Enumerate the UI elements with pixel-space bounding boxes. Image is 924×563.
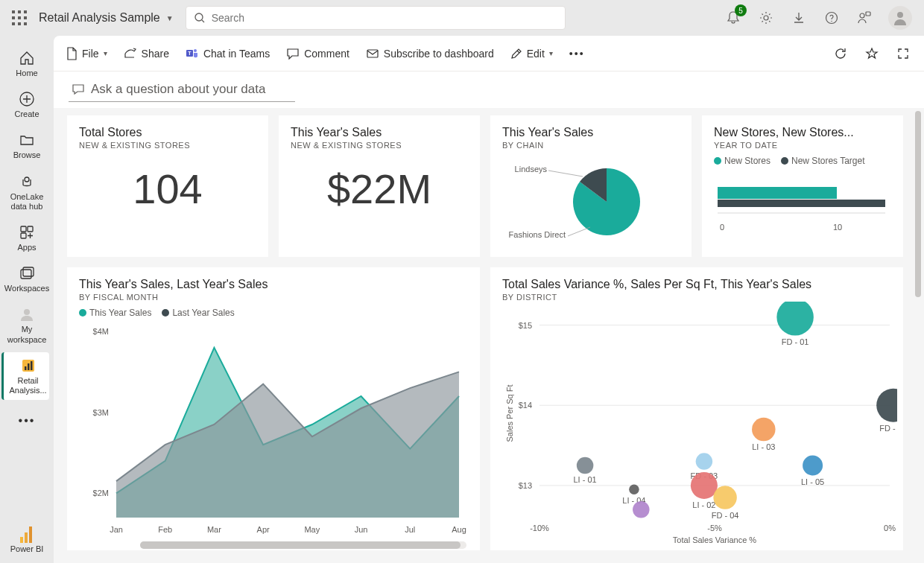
nav-my-workspace[interactable]: My workspace: [3, 301, 51, 349]
settings-button[interactable]: [757, 9, 775, 27]
refresh-button[interactable]: [832, 45, 849, 63]
tile-total-stores[interactable]: Total Stores NEW & EXISTING STORES 104: [67, 115, 268, 257]
svg-point-7: [897, 12, 903, 18]
file-menu[interactable]: File ▾: [66, 47, 107, 60]
workspace-dropdown[interactable]: Retail Analysis Sample ▼: [39, 11, 174, 25]
svg-rect-14: [23, 267, 34, 276]
my-workspace-icon: [18, 305, 36, 323]
tile-sales-trend[interactable]: This Year's Sales, Last Year's Sales BY …: [67, 267, 480, 550]
svg-text:$3M: $3M: [93, 408, 109, 417]
create-icon: [18, 90, 36, 108]
subscribe-button[interactable]: Subscribe to dashboard: [366, 48, 494, 60]
sales-trend-legend: This Year Sales Last Year Sales: [79, 308, 468, 318]
svg-text:May: May: [304, 525, 320, 534]
svg-rect-21: [25, 532, 28, 543]
nav-more[interactable]: •••: [3, 403, 51, 439]
svg-point-5: [860, 13, 864, 18]
svg-text:Feb: Feb: [158, 525, 172, 534]
tile-variance-bubble[interactable]: Total Sales Variance %, Sales Per Sq Ft,…: [490, 267, 903, 550]
edit-icon: [510, 48, 522, 60]
vertical-scrollbar[interactable]: [915, 111, 921, 560]
nav-retail-analysis[interactable]: Retail Analysis...: [1, 352, 49, 400]
fullscreen-icon: [897, 48, 909, 60]
feedback-button[interactable]: [855, 9, 873, 27]
svg-text:Lindseys: Lindseys: [515, 165, 548, 174]
favorite-button[interactable]: [863, 45, 881, 63]
svg-text:FD - 04: FD - 04: [712, 511, 739, 520]
svg-point-64: [696, 453, 713, 470]
qna-row: Ask a question about your data: [54, 71, 924, 108]
chat-teams-button[interactable]: T Chat in Teams: [186, 48, 270, 60]
svg-text:$2M: $2M: [93, 489, 109, 497]
svg-rect-18: [28, 363, 30, 370]
area-chart: $2M$3M$4MJanFebMarAprMayJunJulAug: [79, 324, 466, 547]
bar-chart: 0 10: [714, 172, 893, 246]
svg-line-1: [202, 20, 204, 22]
nav-onelake[interactable]: OneLake data hub: [3, 168, 51, 216]
nav-browse[interactable]: Browse: [3, 127, 51, 165]
help-icon: [825, 11, 838, 25]
command-bar: File ▾ Share T Chat in Teams Comment Sub…: [54, 36, 924, 71]
tile-new-stores[interactable]: New Stores, New Stores... YEAR TO DATE N…: [702, 115, 903, 257]
total-stores-value: 104: [79, 165, 256, 213]
share-button[interactable]: Share: [124, 48, 169, 60]
nav-workspaces[interactable]: Workspaces: [3, 260, 51, 298]
svg-text:0: 0: [720, 223, 724, 232]
nav-brand: Power BI: [10, 527, 44, 554]
svg-text:$14: $14: [519, 401, 532, 410]
content-area: File ▾ Share T Chat in Teams Comment Sub…: [54, 36, 924, 563]
nav-home[interactable]: Home: [3, 45, 51, 83]
more-commands[interactable]: •••: [569, 48, 585, 60]
edit-menu[interactable]: Edit ▾: [510, 48, 553, 60]
comment-button[interactable]: Comment: [286, 48, 349, 60]
svg-text:Apr: Apr: [257, 525, 270, 534]
svg-rect-11: [28, 226, 33, 232]
fullscreen-button[interactable]: [894, 45, 912, 63]
onelake-icon: [18, 173, 36, 191]
app-launcher-icon[interactable]: [12, 10, 27, 25]
search-icon: [194, 12, 206, 24]
svg-point-62: [752, 418, 776, 442]
gear-icon: [759, 10, 773, 25]
svg-text:Jul: Jul: [405, 525, 415, 534]
nav-create[interactable]: Create: [3, 86, 51, 124]
svg-text:Mar: Mar: [207, 525, 221, 534]
chevron-down-icon: ▾: [104, 49, 107, 57]
svg-point-2: [764, 16, 768, 20]
svg-rect-32: [718, 200, 885, 207]
qna-input[interactable]: Ask a question about your data: [69, 79, 295, 102]
user-avatar[interactable]: [888, 6, 912, 30]
svg-text:10: 10: [833, 223, 842, 232]
download-button[interactable]: [790, 9, 808, 27]
svg-rect-17: [25, 366, 27, 370]
pie-chart: Lindseys Fashions Direct: [502, 150, 681, 254]
svg-text:0%: 0%: [884, 524, 896, 532]
teams-icon: T: [186, 48, 199, 60]
person-feedback-icon: [857, 10, 872, 25]
svg-point-25: [194, 49, 197, 52]
this-year-sales-value: $22M: [291, 165, 468, 213]
help-button[interactable]: [823, 9, 841, 27]
notifications-button[interactable]: 5: [724, 9, 742, 27]
svg-text:$4M: $4M: [93, 327, 109, 336]
global-search[interactable]: [186, 6, 566, 30]
nav-rail: Home Create Browse OneLake data hub Apps…: [0, 36, 54, 563]
powerbi-logo-icon: [20, 527, 34, 543]
nav-apps[interactable]: Apps: [3, 219, 51, 257]
dashboard-canvas: Total Stores NEW & EXISTING STORES 104 T…: [54, 108, 924, 563]
svg-text:Jun: Jun: [355, 525, 368, 534]
svg-point-68: [577, 457, 594, 474]
avatar-icon: [891, 9, 909, 27]
svg-line-28: [548, 171, 583, 176]
horizontal-scrollbar[interactable]: [140, 541, 466, 549]
star-icon: [865, 47, 879, 60]
tile-this-year-sales-card[interactable]: This Year's Sales NEW & EXISTING STORES …: [279, 115, 480, 257]
svg-point-72: [691, 472, 718, 499]
search-input[interactable]: [212, 12, 557, 24]
svg-rect-10: [21, 226, 26, 232]
workspace-title-label: Retail Analysis Sample: [39, 11, 160, 25]
svg-text:-5%: -5%: [707, 524, 722, 532]
tile-sales-by-chain[interactable]: This Year's Sales BY CHAIN Lindseys Fash…: [490, 115, 692, 257]
download-icon: [792, 11, 806, 25]
subscribe-icon: [366, 48, 379, 60]
